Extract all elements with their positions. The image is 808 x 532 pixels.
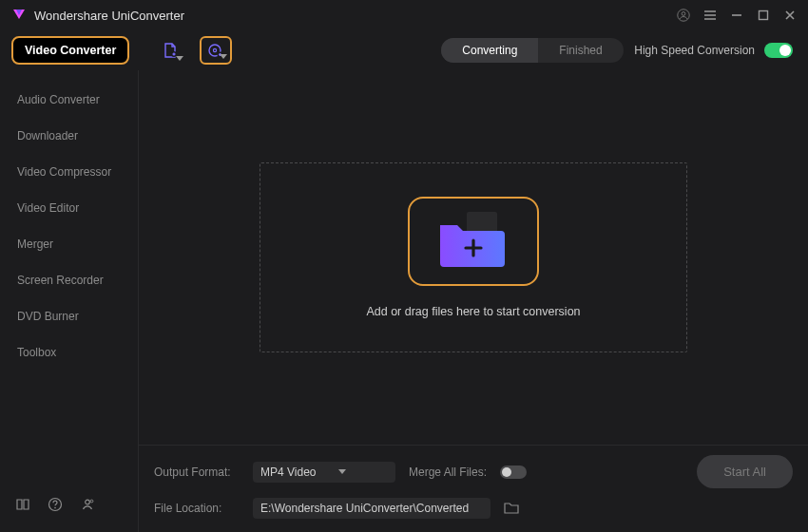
open-folder-button[interactable]: [504, 501, 519, 517]
svg-rect-11: [467, 212, 497, 233]
chevron-down-icon: [220, 54, 227, 59]
svg-point-8: [54, 507, 56, 509]
svg-point-9: [86, 500, 90, 504]
file-location-label: File Location:: [154, 502, 240, 515]
main: Audio Converter Downloader Video Compres…: [0, 70, 808, 532]
sidebar: Audio Converter Downloader Video Compres…: [0, 70, 139, 532]
file-location-value: E:\Wondershare UniConverter\Converted: [260, 502, 469, 515]
dropzone[interactable]: Add or drag files here to start conversi…: [260, 162, 687, 352]
maximize-button[interactable]: [757, 9, 770, 22]
content: Add or drag files here to start conversi…: [139, 70, 808, 532]
merge-toggle[interactable]: [500, 466, 527, 479]
high-speed-label: High Speed Conversion: [634, 44, 755, 57]
feedback-icon[interactable]: [80, 497, 95, 515]
titlebar-left: Wondershare UniConverter: [11, 7, 184, 25]
add-files-frame[interactable]: [408, 197, 539, 286]
output-format-select[interactable]: MP4 Video: [253, 462, 395, 483]
dropzone-area: Add or drag files here to start conversi…: [139, 70, 808, 445]
app-title: Wondershare UniConverter: [34, 9, 184, 23]
sidebar-item-dvd-burner[interactable]: DVD Burner: [0, 298, 138, 334]
high-speed-toggle-group: High Speed Conversion: [634, 43, 793, 58]
sidebar-item-merger[interactable]: Merger: [0, 226, 138, 262]
folder-icon: [504, 501, 519, 514]
sidebar-bottom: [0, 484, 138, 532]
footer-row-1: Output Format: MP4 Video Merge All Files…: [154, 455, 793, 488]
folder-plus-icon: [434, 212, 512, 271]
close-button[interactable]: [783, 9, 797, 22]
output-format-value: MP4 Video: [260, 466, 316, 479]
file-location-path[interactable]: E:\Wondershare UniConverter\Converted: [253, 498, 491, 519]
sidebar-item-toolbox[interactable]: Toolbox: [0, 334, 138, 370]
guide-icon[interactable]: [15, 497, 30, 515]
help-icon[interactable]: [48, 497, 63, 515]
titlebar-right: [677, 9, 797, 22]
sidebar-item-audio-converter[interactable]: Audio Converter: [0, 82, 138, 118]
dropzone-text: Add or drag files here to start conversi…: [366, 305, 580, 318]
add-dvd-button[interactable]: [200, 36, 232, 65]
start-all-button[interactable]: Start All: [697, 455, 793, 488]
footer-row-2: File Location: E:\Wondershare UniConvert…: [154, 498, 793, 519]
chevron-down-icon: [338, 469, 346, 474]
sidebar-item-video-editor[interactable]: Video Editor: [0, 190, 138, 226]
tab-finished[interactable]: Finished: [538, 38, 623, 63]
topbar: Video Converter Converting Finished High…: [0, 30, 808, 70]
sidebar-item-screen-recorder[interactable]: Screen Recorder: [0, 262, 138, 298]
account-icon[interactable]: [677, 9, 690, 22]
minimize-button[interactable]: [730, 9, 743, 22]
sidebar-item-video-compressor[interactable]: Video Compressor: [0, 154, 138, 190]
svg-point-10: [90, 500, 93, 503]
footer: Output Format: MP4 Video Merge All Files…: [139, 445, 808, 532]
active-tool-pill[interactable]: Video Converter: [11, 36, 129, 65]
high-speed-toggle[interactable]: [764, 43, 793, 58]
titlebar: Wondershare UniConverter: [0, 0, 808, 30]
menu-icon[interactable]: [703, 9, 717, 22]
tab-converting[interactable]: Converting: [441, 38, 538, 63]
svg-rect-2: [760, 11, 768, 20]
chevron-down-icon: [176, 56, 183, 61]
app-logo-icon: [11, 7, 27, 25]
sidebar-item-downloader[interactable]: Downloader: [0, 118, 138, 154]
status-tabs: Converting Finished: [441, 38, 623, 63]
svg-point-5: [214, 48, 217, 51]
svg-point-1: [682, 12, 685, 16]
merge-label: Merge All Files:: [409, 466, 487, 479]
output-format-label: Output Format:: [154, 466, 240, 479]
add-file-button[interactable]: [154, 36, 186, 65]
